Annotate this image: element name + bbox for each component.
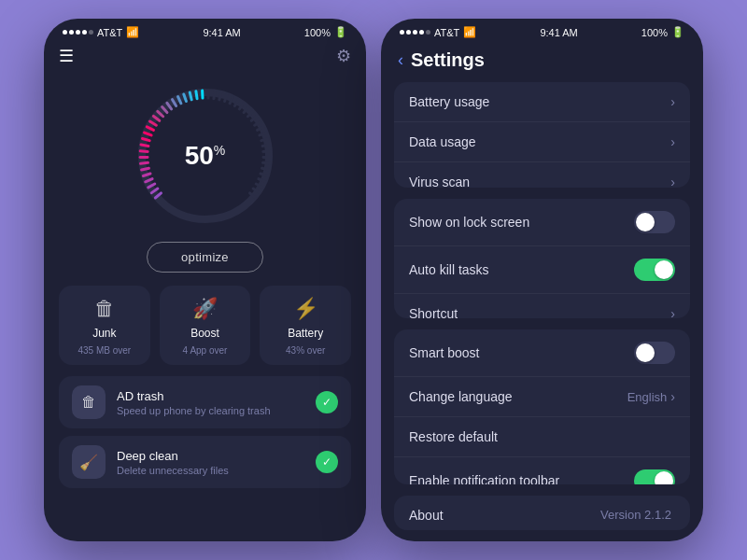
smart-boost-label: Smart boost <box>409 345 634 360</box>
shortcut-row[interactable]: Shortcut › <box>394 294 690 318</box>
battery-label: Battery <box>288 327 323 340</box>
change-language-row[interactable]: Change language English › <box>394 377 690 417</box>
ad-trash-sub: Speed up phone by clearing trash <box>117 405 304 416</box>
enable-notification-knob <box>655 471 673 484</box>
data-usage-label: Data usage <box>409 134 670 149</box>
smart-boost-row[interactable]: Smart boost <box>394 329 690 377</box>
battery-icon: ⚡ <box>293 297 318 321</box>
about-row[interactable]: About Version 2.1.2 <box>394 496 690 530</box>
smart-boost-toggle[interactable] <box>634 342 675 364</box>
smart-boost-knob <box>636 343 655 362</box>
svg-line-10 <box>141 145 148 146</box>
list-item-ad-trash[interactable]: 🗑 AD trash Speed up phone by clearing tr… <box>59 376 351 428</box>
signal-dot-4 <box>82 30 87 35</box>
action-junk[interactable]: 🗑 Junk 435 MB over <box>59 286 150 365</box>
junk-sub: 435 MB over <box>78 345 131 356</box>
signal-dot-r2 <box>406 30 411 35</box>
gauge-percent: 50% <box>185 141 226 171</box>
virus-scan-label: Virus scan <box>409 175 670 188</box>
ad-trash-icon: 🗑 <box>72 385 106 419</box>
gear-icon[interactable]: ⚙ <box>336 46 351 66</box>
wifi-icon-right: 📶 <box>463 26 476 38</box>
restore-default-row[interactable]: Restore default <box>394 417 690 457</box>
auto-kill-tasks-knob <box>655 260 673 279</box>
svg-line-9 <box>140 151 148 152</box>
display-section: Show on lock screen Auto kill tasks Shor… <box>394 199 690 318</box>
auto-kill-tasks-row[interactable]: Auto kill tasks <box>394 246 690 294</box>
svg-line-39 <box>262 145 270 146</box>
carrier-label: AT&T <box>97 27 122 38</box>
enable-notification-toggle[interactable] <box>634 469 675 484</box>
change-language-chevron: › <box>670 389 675 404</box>
signal-dot-r3 <box>413 30 417 35</box>
settings-title: Settings <box>411 49 485 71</box>
status-bar-right: AT&T 📶 9:41 AM 100% 🔋 <box>381 19 703 42</box>
carrier-label-right: AT&T <box>434 27 459 38</box>
deep-clean-check: ✓ <box>316 451 338 473</box>
action-boost[interactable]: 🚀 Boost 4 App over <box>160 286 251 365</box>
svg-line-43 <box>261 168 269 170</box>
deep-clean-title: Deep clean <box>117 449 304 463</box>
right-phone: AT&T 📶 9:41 AM 100% 🔋 ‹ Settings Battery… <box>381 19 703 541</box>
svg-line-38 <box>261 139 268 141</box>
usage-section: Battery usage › Data usage › Virus scan … <box>394 82 690 188</box>
deep-clean-icon: 🧹 <box>72 445 106 479</box>
auto-kill-tasks-label: Auto kill tasks <box>409 262 634 277</box>
signal-dot-1 <box>63 30 67 35</box>
signal-dot-5 <box>89 30 93 35</box>
svg-line-42 <box>262 162 270 163</box>
about-label: About <box>409 508 600 523</box>
about-version: Version 2.1.2 <box>600 508 671 522</box>
svg-line-11 <box>142 139 149 141</box>
settings-content: ‹ Settings Battery usage › Data usage › … <box>381 42 703 541</box>
change-language-value: English <box>627 390 668 404</box>
settings-list: Battery usage › Data usage › Virus scan … <box>381 82 703 541</box>
show-lock-screen-knob <box>636 213 655 231</box>
data-usage-chevron: › <box>670 134 675 149</box>
boost-sub: 4 App over <box>183 345 228 356</box>
optimize-button[interactable]: optimize <box>147 242 263 273</box>
signal-dot-2 <box>69 30 74 35</box>
battery-usage-label: Battery usage <box>409 94 670 109</box>
show-lock-screen-toggle[interactable] <box>634 211 675 233</box>
signal-dot-3 <box>76 30 80 35</box>
ad-trash-title: AD trash <box>117 389 304 403</box>
list-item-deep-clean[interactable]: 🧹 Deep clean Delete unnecessary files ✓ <box>59 436 351 488</box>
settings-header: ‹ Settings <box>381 42 703 82</box>
show-lock-screen-row[interactable]: Show on lock screen <box>394 199 690 246</box>
signal-dot-r5 <box>426 30 430 35</box>
svg-line-22 <box>190 92 191 100</box>
junk-label: Junk <box>92 327 116 340</box>
battery-percent-right: 100% <box>641 27 668 38</box>
change-language-label: Change language <box>409 389 627 404</box>
svg-line-23 <box>195 91 196 99</box>
auto-kill-tasks-toggle[interactable] <box>634 259 675 281</box>
time-label: 9:41 AM <box>203 27 240 38</box>
advanced-section: Smart boost Change language English › Re… <box>394 329 690 484</box>
battery-usage-row[interactable]: Battery usage › <box>394 82 690 122</box>
virus-scan-row[interactable]: Virus scan › <box>394 162 690 188</box>
battery-sub: 43% over <box>286 345 325 356</box>
back-arrow[interactable]: ‹ <box>398 50 403 70</box>
signal-dot-r1 <box>400 30 404 35</box>
battery-icon-left: 🔋 <box>334 26 347 38</box>
shortcut-label: Shortcut <box>409 306 670 318</box>
top-bar: ☰ ⚙ <box>59 42 351 74</box>
enable-notification-row[interactable]: Enable notification toolbar <box>394 457 690 484</box>
gauge-container: 50% <box>59 81 351 231</box>
action-battery[interactable]: ⚡ Battery 43% over <box>260 286 351 365</box>
enable-notification-label: Enable notification toolbar <box>409 473 634 484</box>
ad-trash-check: ✓ <box>316 391 338 413</box>
svg-line-26 <box>213 91 214 99</box>
about-section: About Version 2.1.2 <box>394 496 690 530</box>
battery-icon-right: 🔋 <box>671 26 684 38</box>
menu-icon[interactable]: ☰ <box>59 46 74 66</box>
time-label-right: 9:41 AM <box>540 27 577 38</box>
battery-percent-left: 100% <box>304 27 331 38</box>
left-phone-content: ☰ ⚙ 50% optimize 🗑 Junk 435 MB over <box>44 42 366 541</box>
data-usage-row[interactable]: Data usage › <box>394 122 690 162</box>
svg-line-7 <box>140 162 148 163</box>
restore-default-label: Restore default <box>409 429 675 444</box>
show-lock-screen-label: Show on lock screen <box>409 215 634 230</box>
quick-actions: 🗑 Junk 435 MB over 🚀 Boost 4 App over ⚡ … <box>59 286 351 365</box>
